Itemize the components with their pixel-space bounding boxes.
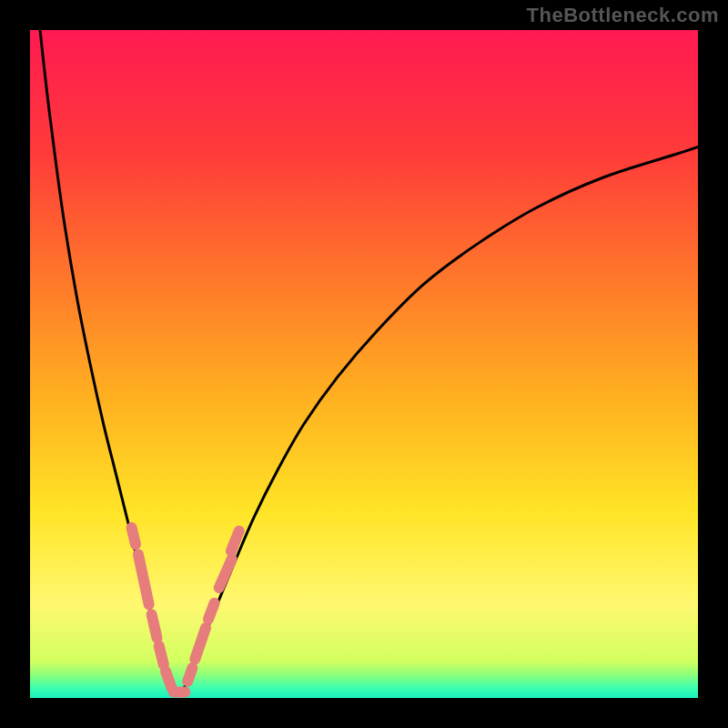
highlight-dash bbox=[166, 672, 172, 688]
highlight-dash bbox=[152, 614, 157, 638]
chart-viewport: TheBottleneck.com bbox=[0, 0, 728, 728]
highlight-dash bbox=[187, 668, 192, 682]
bottleneck-chart bbox=[0, 0, 728, 728]
highlight-dash bbox=[159, 646, 164, 665]
highlight-dash bbox=[208, 603, 215, 620]
highlight-dash bbox=[231, 531, 239, 551]
plot-background bbox=[30, 30, 698, 698]
highlight-dash bbox=[132, 528, 136, 544]
watermark-text: TheBottleneck.com bbox=[527, 4, 719, 27]
